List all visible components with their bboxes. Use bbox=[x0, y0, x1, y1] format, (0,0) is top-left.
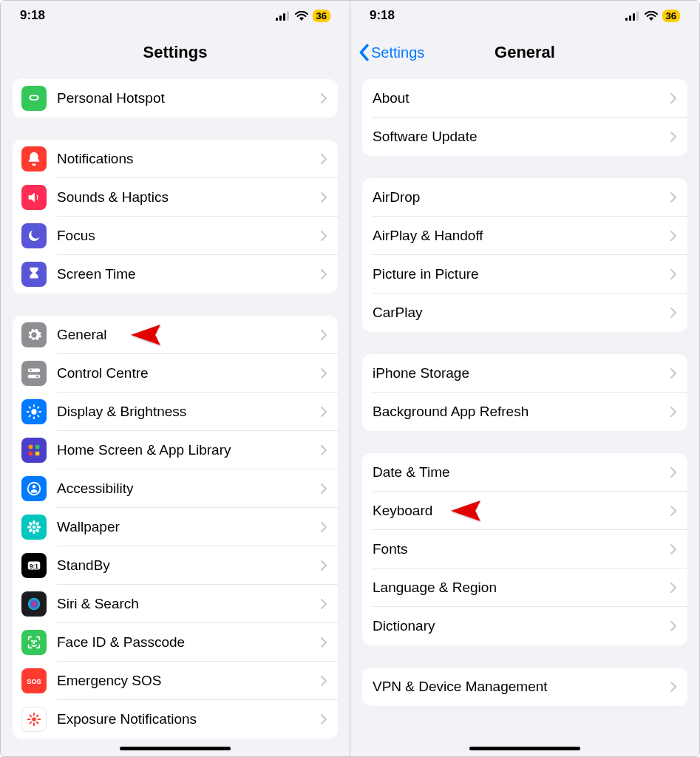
row-label: Background App Refresh bbox=[373, 404, 670, 420]
row-software[interactable]: Software Update bbox=[362, 118, 687, 156]
back-button[interactable]: Settings bbox=[358, 44, 424, 61]
chevron-right-icon bbox=[670, 505, 677, 517]
moon-icon bbox=[21, 223, 47, 248]
row-label: About bbox=[373, 90, 670, 106]
svg-point-36 bbox=[35, 641, 36, 642]
status-bar: 9:18 36 bbox=[350, 1, 699, 30]
svg-point-23 bbox=[33, 526, 36, 529]
row-label: Dictionary bbox=[373, 618, 670, 634]
svg-point-27 bbox=[37, 526, 41, 529]
settings-group: NotificationsSounds & HapticsFocusScreen… bbox=[13, 140, 338, 293]
battery-icon: 36 bbox=[313, 10, 330, 22]
row-label: Home Screen & App Library bbox=[57, 442, 320, 458]
nav-header: Settings bbox=[1, 30, 350, 75]
person-icon bbox=[21, 476, 47, 501]
row-label: Picture in Picture bbox=[373, 266, 670, 282]
row-emergencysos[interactable]: SOSEmergency SOS bbox=[13, 662, 338, 700]
settings-list[interactable]: Personal HotspotNotificationsSounds & Ha… bbox=[1, 75, 350, 756]
row-standby[interactable]: 9:1StandBy bbox=[13, 546, 338, 585]
row-airplay[interactable]: AirPlay & Handoff bbox=[362, 217, 687, 255]
row-screentime[interactable]: Screen Time bbox=[13, 255, 338, 293]
bell-icon bbox=[21, 146, 47, 172]
chevron-right-icon bbox=[670, 367, 677, 379]
row-storage[interactable]: iPhone Storage bbox=[362, 354, 687, 393]
row-faceid[interactable]: Face ID & Passcode bbox=[13, 623, 338, 662]
chevron-right-icon bbox=[670, 466, 677, 478]
svg-line-46 bbox=[37, 716, 38, 717]
row-focus[interactable]: Focus bbox=[13, 217, 338, 255]
svg-point-29 bbox=[35, 528, 39, 532]
status-bar: 9:18 36 bbox=[1, 1, 350, 30]
home-indicator[interactable] bbox=[469, 747, 580, 750]
row-label: VPN & Device Management bbox=[373, 679, 670, 695]
status-right: 36 bbox=[276, 10, 330, 22]
hourglass-icon bbox=[21, 262, 47, 287]
svg-line-14 bbox=[38, 415, 38, 416]
chevron-left-icon bbox=[358, 44, 370, 61]
chevron-right-icon bbox=[670, 191, 677, 203]
chevron-right-icon bbox=[670, 230, 677, 242]
settings-group: Date & TimeKeyboardFontsLanguage & Regio… bbox=[362, 453, 687, 645]
row-exposure[interactable]: Exposure Notifications bbox=[13, 700, 338, 739]
chevron-right-icon bbox=[670, 131, 677, 143]
row-fonts[interactable]: Fonts bbox=[362, 530, 687, 568]
chevron-right-icon bbox=[670, 543, 677, 555]
row-label: AirPlay & Handoff bbox=[373, 228, 670, 244]
row-general[interactable]: General bbox=[13, 316, 338, 354]
row-background[interactable]: Background App Refresh bbox=[362, 393, 687, 431]
svg-line-13 bbox=[30, 407, 30, 408]
row-label: Fonts bbox=[373, 541, 670, 557]
row-accessibility[interactable]: Accessibility bbox=[13, 469, 338, 508]
row-display[interactable]: Display & Brightness bbox=[13, 393, 338, 431]
row-label: Wallpaper bbox=[57, 519, 320, 535]
row-controlcentre[interactable]: Control Centre bbox=[13, 354, 338, 393]
row-label: Control Centre bbox=[57, 365, 320, 381]
row-keyboard[interactable]: Keyboard bbox=[362, 492, 687, 530]
chevron-right-icon bbox=[670, 268, 677, 280]
row-siri[interactable]: Siri & Search bbox=[13, 585, 338, 623]
svg-point-7 bbox=[36, 376, 38, 378]
row-language[interactable]: Language & Region bbox=[362, 568, 687, 607]
chevron-right-icon bbox=[670, 582, 677, 594]
row-sounds[interactable]: Sounds & Haptics bbox=[13, 178, 338, 217]
chevron-right-icon bbox=[320, 230, 327, 242]
row-label: Language & Region bbox=[373, 580, 670, 596]
row-datetime[interactable]: Date & Time bbox=[362, 453, 687, 492]
chevron-right-icon bbox=[320, 406, 327, 418]
row-hotspot[interactable]: Personal Hotspot bbox=[13, 79, 338, 118]
row-label: CarPlay bbox=[373, 305, 670, 321]
row-pip[interactable]: Picture in Picture bbox=[362, 255, 687, 293]
svg-point-21 bbox=[28, 483, 41, 495]
general-list[interactable]: AboutSoftware UpdateAirDropAirPlay & Han… bbox=[350, 75, 699, 756]
svg-point-22 bbox=[33, 485, 36, 489]
chevron-right-icon bbox=[320, 444, 327, 456]
row-notifications[interactable]: Notifications bbox=[13, 140, 338, 178]
settings-group: iPhone StorageBackground App Refresh bbox=[362, 354, 687, 431]
chevron-right-icon bbox=[670, 406, 677, 418]
svg-rect-18 bbox=[35, 445, 40, 449]
row-airdrop[interactable]: AirDrop bbox=[362, 178, 687, 217]
switches-icon bbox=[21, 361, 47, 386]
chevron-right-icon bbox=[670, 681, 677, 693]
row-label: Focus bbox=[57, 228, 320, 244]
status-time: 9:18 bbox=[20, 8, 45, 23]
row-carplay[interactable]: CarPlay bbox=[362, 293, 687, 332]
row-wallpaper[interactable]: Wallpaper bbox=[13, 508, 338, 546]
row-homescreen[interactable]: Home Screen & App Library bbox=[13, 431, 338, 469]
chevron-right-icon bbox=[320, 713, 327, 725]
home-indicator[interactable] bbox=[120, 747, 231, 750]
svg-point-28 bbox=[28, 521, 33, 526]
cellular-icon bbox=[276, 11, 290, 21]
row-vpn[interactable]: VPN & Device Management bbox=[362, 668, 687, 706]
row-dictionary[interactable]: Dictionary bbox=[362, 607, 687, 645]
row-label: AirDrop bbox=[373, 189, 670, 206]
chevron-right-icon bbox=[320, 560, 327, 571]
settings-group: AboutSoftware Update bbox=[362, 79, 687, 156]
row-about[interactable]: About bbox=[362, 79, 687, 118]
link-icon bbox=[21, 86, 47, 111]
svg-point-26 bbox=[27, 526, 32, 529]
row-label: Face ID & Passcode bbox=[57, 634, 320, 651]
row-label: iPhone Storage bbox=[373, 365, 670, 381]
svg-rect-17 bbox=[29, 445, 33, 449]
row-label: Notifications bbox=[57, 151, 320, 167]
